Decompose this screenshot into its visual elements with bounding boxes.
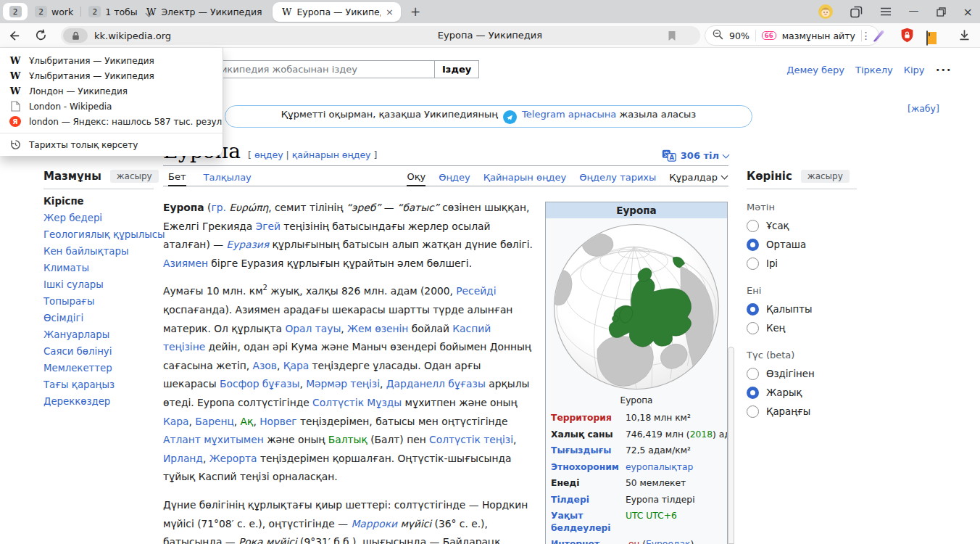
- menu-icon[interactable]: [880, 7, 892, 16]
- toc-item[interactable]: Кен байлықтары: [43, 243, 154, 260]
- wiki-link[interactable]: Азиямен: [163, 257, 208, 269]
- toc-hide-button[interactable]: жасыру: [110, 170, 159, 183]
- radio-icon[interactable]: [747, 322, 759, 334]
- page-tab-Өңдеу[interactable]: Өңдеу: [439, 171, 470, 186]
- wiki-link[interactable]: Территория: [551, 413, 612, 423]
- radio-option[interactable]: Орташа: [747, 235, 857, 254]
- pen-extension-icon[interactable]: [871, 28, 886, 46]
- tab-europa-wikipedia-active[interactable]: W Еуропа — Уикипедия ×: [273, 2, 401, 22]
- search-button[interactable]: Іздеу: [434, 60, 479, 78]
- wiki-link[interactable]: қайнарын өңдеу: [292, 149, 371, 160]
- radio-option[interactable]: Жарық: [747, 383, 857, 402]
- toc-item[interactable]: Тағы қараңыз: [43, 376, 154, 393]
- search-input[interactable]: [209, 60, 435, 78]
- reload-icon[interactable]: [35, 29, 47, 44]
- wiki-link[interactable]: Ресейді: [456, 285, 496, 297]
- radio-option[interactable]: Өздігінен: [747, 364, 857, 383]
- appearance-hide-button[interactable]: жасыру: [801, 170, 850, 183]
- lock-icon[interactable]: [63, 28, 88, 43]
- toc-item[interactable]: Өсімдігі: [43, 310, 154, 326]
- page-tab-Өңделу тарихы[interactable]: Өңделу тарихы: [579, 171, 656, 186]
- wiki-link[interactable]: Босфор бұғазы: [220, 378, 299, 390]
- toc-item[interactable]: Жер бедері: [43, 210, 154, 226]
- tab-group-work[interactable]: 2 work: [35, 6, 73, 17]
- radio-selected-icon[interactable]: [747, 303, 759, 316]
- wiki-link[interactable]: Кара: [163, 416, 188, 427]
- download-icon[interactable]: [958, 29, 971, 44]
- avatar[interactable]: [818, 4, 833, 19]
- wiki-link[interactable]: Солтүстік Мұзды: [312, 397, 402, 408]
- radio-option[interactable]: Кең: [747, 318, 857, 337]
- toc-item[interactable]: Жануарлары: [43, 326, 154, 343]
- wiki-link[interactable]: Ирланд: [163, 453, 203, 464]
- suggestion-item[interactable]: WҰлыбритания — Уикипедия: [0, 53, 223, 68]
- battery-icon[interactable]: [926, 31, 928, 45]
- header-link[interactable]: Демеу беру: [786, 65, 844, 75]
- wiki-link[interactable]: Атлант мұхитымен: [163, 434, 264, 445]
- page-tab-Оқу[interactable]: Оқу: [407, 171, 425, 186]
- wiki-link[interactable]: өңдеу: [254, 149, 283, 160]
- header-link[interactable]: Тіркелу: [855, 65, 893, 75]
- header-more-button[interactable]: •••: [936, 65, 952, 75]
- toc-item[interactable]: Климаты: [43, 260, 154, 276]
- toc-item[interactable]: Саяси бөлінуі: [43, 343, 154, 360]
- banner-close-link[interactable]: [жабу]: [908, 103, 939, 114]
- address-bar[interactable]: kk.wikipedia.org: [61, 26, 700, 45]
- page-tab-Құралдар[interactable]: Құралдар: [669, 171, 727, 186]
- toc-item[interactable]: Мемлекеттер: [43, 360, 154, 376]
- radio-option[interactable]: Ірі: [747, 254, 857, 273]
- wiki-link[interactable]: Тілдері: [551, 495, 589, 505]
- minimize-window-icon[interactable]: —: [909, 4, 919, 16]
- wiki-link[interactable]: Эгей: [256, 221, 281, 232]
- wiki-link[interactable]: Дарданелл бұғазы: [386, 378, 486, 390]
- europe-globe-map[interactable]: [546, 218, 727, 393]
- wiki-link[interactable]: Солтүстік теңізі: [429, 434, 513, 445]
- header-link[interactable]: Кіру: [904, 65, 925, 75]
- page-tab-Талқылау[interactable]: Талқылау: [204, 171, 252, 186]
- wiki-link[interactable]: Орал тауы: [285, 323, 341, 334]
- back-icon[interactable]: [7, 29, 20, 45]
- read-aloud-button[interactable]: мазмұнын айту: [782, 30, 855, 41]
- wiki-link[interactable]: Норвег: [259, 416, 296, 427]
- suggestion-item[interactable]: WҰлыбритания — Уикипедия: [0, 68, 223, 83]
- suggestion-item[interactable]: WЛондон — Уикипедия: [0, 83, 223, 99]
- wiki-link[interactable]: Азов: [253, 360, 277, 371]
- wiki-link[interactable]: Этнохороним: [551, 462, 619, 472]
- wiki-link[interactable]: Марроки: [351, 518, 397, 529]
- wiki-link[interactable]: Балтық: [328, 434, 368, 445]
- suggestion-item[interactable]: London - Wikipedia: [0, 99, 223, 114]
- show-full-history-item[interactable]: Тарихты толық көрсету: [0, 137, 223, 152]
- toc-item[interactable]: Геологиялық құрылысы: [43, 226, 154, 243]
- page-tab-Қайнарын өңдеу[interactable]: Қайнарын өңдеу: [483, 171, 566, 186]
- tab-electr-wikipedia[interactable]: W Электр — Уикипедия: [146, 3, 262, 20]
- wiki-link[interactable]: Интернет үйшігі: [551, 539, 599, 544]
- wiki-link[interactable]: Еуразия: [226, 239, 269, 250]
- radio-selected-icon[interactable]: [747, 239, 759, 251]
- radio-icon[interactable]: [747, 257, 759, 270]
- wiki-link[interactable]: Еуроодақ: [646, 539, 690, 544]
- new-tab-button[interactable]: +: [406, 3, 425, 20]
- wiki-link[interactable]: еуропалықтар: [626, 462, 693, 472]
- wiki-link[interactable]: Жерорта: [209, 453, 257, 464]
- radio-icon[interactable]: [747, 405, 759, 418]
- toc-item[interactable]: Топырағы: [43, 293, 154, 310]
- wiki-link[interactable]: Мәрмәр теңізі: [306, 378, 380, 390]
- wiki-link[interactable]: Баренц: [195, 416, 234, 427]
- radio-icon[interactable]: [747, 368, 759, 380]
- wiki-link[interactable]: Уақыт белдеулері: [551, 511, 611, 533]
- toc-item[interactable]: Дереккөздер: [43, 393, 154, 410]
- radio-selected-icon[interactable]: [747, 387, 759, 399]
- radio-icon[interactable]: [747, 220, 759, 232]
- tab-group-current[interactable]: 2: [3, 3, 28, 20]
- wiki-link[interactable]: 2018: [690, 429, 713, 440]
- content-scrollbar[interactable]: [728, 347, 734, 544]
- restore-window-icon[interactable]: [937, 7, 946, 17]
- wiki-link[interactable]: Қара: [283, 360, 309, 371]
- suggestion-item[interactable]: Яlondon — Яндекс: нашлось 587 тыс. резул…: [0, 114, 223, 129]
- more-options-icon[interactable]: ⋮: [861, 30, 871, 41]
- close-tab-icon[interactable]: ×: [386, 7, 394, 17]
- zoom-out-icon[interactable]: [713, 29, 723, 43]
- wiki-link[interactable]: .eu: [626, 539, 639, 544]
- protect-shield-icon[interactable]: [900, 28, 914, 46]
- radio-option[interactable]: Қараңғы: [747, 402, 857, 421]
